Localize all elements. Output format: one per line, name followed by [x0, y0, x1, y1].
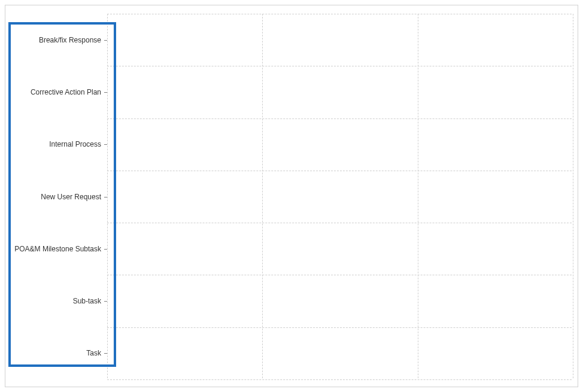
y-gridline [107, 66, 572, 66]
y-tick-label: Corrective Action Plan [31, 88, 101, 96]
y-tick-label: New User Request [41, 193, 101, 201]
y-tick-mark [104, 353, 107, 354]
y-tick-mark [104, 197, 107, 197]
plot-area [107, 14, 572, 378]
y-tick-label: Sub-task [73, 297, 101, 305]
x-gridline [573, 14, 573, 378]
x-gridline [262, 14, 263, 378]
y-gridline [107, 223, 572, 223]
y-tick-mark [104, 249, 107, 250]
y-gridline [107, 327, 572, 328]
x-gridline [418, 14, 418, 378]
y-gridline [107, 379, 572, 380]
y-gridline [107, 275, 572, 275]
y-gridline [107, 14, 572, 14]
x-gridline [107, 14, 108, 378]
y-tick-label: Internal Process [49, 140, 101, 148]
y-tick-mark [104, 40, 107, 41]
y-tick-mark [104, 301, 107, 302]
y-gridline [107, 118, 572, 119]
y-gridline [107, 171, 572, 171]
y-tick-mark [104, 144, 107, 145]
chart-container: Break/fix ResponseCorrective Action Plan… [5, 5, 578, 387]
y-tick-mark [104, 92, 107, 93]
y-tick-label: POA&M Milestone Subtask [14, 245, 101, 253]
y-tick-label: Break/fix Response [39, 36, 101, 44]
y-tick-label: Task [86, 349, 101, 357]
